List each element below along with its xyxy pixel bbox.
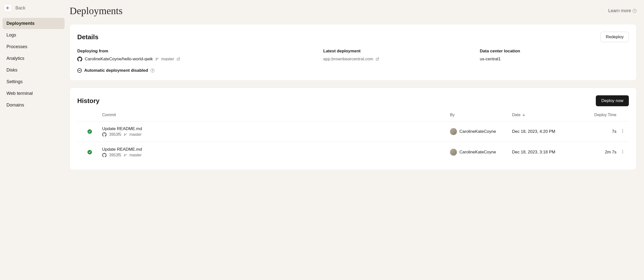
redeploy-button[interactable]: Redeploy [600,32,629,42]
sidebar-item-label: Logs [6,32,16,37]
by-cell: CarolineKateCoyne [450,128,512,135]
status-success-icon [88,150,92,154]
svg-point-12 [622,132,623,133]
table-header: Commit By Date Deploy Time [77,113,629,121]
sidebar-item-disks[interactable]: Disks [2,64,64,76]
history-table: Commit By Date Deploy Time [77,113,629,162]
external-link-icon[interactable] [376,57,379,61]
column-deploy-time[interactable]: Deploy Time [582,113,616,117]
deploy-now-button[interactable]: Deploy now [596,95,629,106]
sidebar-item-label: Domains [6,102,24,107]
author-name: CarolineKateCoyne [460,129,496,134]
latest-deployment-value: app.brownbearcentral.com [323,57,472,61]
column-commit[interactable]: Commit [102,113,450,117]
back-row: Back [2,4,64,12]
auto-deploy-text: Automatic deployment disabled [84,68,148,73]
details-card: Details Redeploy Deploying from Caroline… [70,24,636,81]
svg-point-11 [622,131,623,132]
branch-icon [155,57,159,61]
more-vertical-icon [620,129,625,133]
help-icon: ? [632,9,636,13]
branch-icon [124,133,127,136]
status-cell [77,129,102,134]
by-cell: CarolineKateCoyne [450,149,512,156]
sidebar-item-label: Analytics [6,56,24,61]
sidebar-item-settings[interactable]: Settings [2,76,64,87]
sidebar-item-logs[interactable]: Logs [2,29,64,41]
commit-cell: Update README.md 3953f5 master [102,147,450,157]
svg-point-13 [124,154,125,155]
sidebar-item-label: Settings [6,79,22,84]
auto-deploy-status: Automatic deployment disabled ? [77,68,629,73]
commit-message: Update README.md [102,126,450,131]
status-success-icon [88,129,92,134]
menu-cell [616,127,629,136]
deploying-from-block: Deploying from CarolineKateCoyne/hello-w… [77,49,316,61]
disabled-icon [77,68,82,73]
table-row[interactable]: Update README.md 3953f5 master CarolineK… [77,121,629,142]
sidebar-item-domains[interactable]: Domains [2,100,64,111]
commit-meta: 3953f5 master [102,153,450,157]
column-date-label: Date [512,113,520,117]
learn-more-link[interactable]: Learn more ? [608,8,636,13]
commit-meta: 3953f5 master [102,132,450,137]
commit-cell: Update README.md 3953f5 master [102,126,450,137]
deploy-time-cell: 7s [582,129,616,134]
commit-hash[interactable]: 3953f5 [109,132,121,137]
column-by[interactable]: By [450,113,512,117]
back-button[interactable] [4,4,12,12]
sidebar-item-analytics[interactable]: Analytics [2,53,64,64]
svg-point-1 [156,58,156,58]
commit-hash[interactable]: 3953f5 [109,153,121,157]
sidebar-item-web-terminal[interactable]: Web terminal [2,88,64,99]
sidebar-item-label: Web terminal [6,91,33,96]
svg-point-17 [622,151,623,152]
page-title: Deployments [70,5,122,17]
latest-deployment-block: Latest deployment app.brownbearcentral.c… [323,49,472,61]
svg-line-5 [377,58,379,59]
learn-more-label: Learn more [608,8,631,13]
repo-value: CarolineKateCoyne/hello-world-qwik maste… [77,57,316,61]
external-link-icon[interactable] [177,57,180,61]
arrow-left-icon [6,6,10,10]
deploying-from-label: Deploying from [77,49,316,54]
commit-branch[interactable]: master [130,153,142,157]
sidebar-item-deployments[interactable]: Deployments [2,18,64,29]
commit-branch[interactable]: master [130,132,142,137]
column-date[interactable]: Date [512,113,582,117]
deployment-url[interactable]: app.brownbearcentral.com [323,57,373,61]
avatar [450,149,457,156]
arrow-down-icon [522,113,526,117]
branch-icon [124,154,127,157]
svg-point-8 [126,134,126,134]
repo-name[interactable]: CarolineKateCoyne/hello-world-qwik [85,57,153,61]
github-icon [77,57,82,61]
sidebar-item-label: Disks [6,67,18,72]
github-icon [102,153,106,157]
sidebar-item-processes[interactable]: Processes [2,41,64,52]
sidebar-item-label: Deployments [6,21,34,26]
history-card-header: History Deploy now [77,95,629,106]
data-center-block: Data center location us-central1 [480,49,629,61]
status-cell [77,150,102,154]
latest-deployment-label: Latest deployment [323,49,472,54]
svg-point-16 [622,150,623,151]
deploy-time-cell: 2m 7s [582,150,616,155]
svg-line-4 [178,58,180,59]
back-label[interactable]: Back [16,5,25,11]
table-row[interactable]: Update README.md 3953f5 master CarolineK… [77,142,629,162]
row-menu-button[interactable] [619,148,626,156]
history-card: History Deploy now Commit By Date Deploy… [70,88,636,170]
history-title: History [77,97,100,105]
svg-point-7 [124,134,125,134]
svg-point-15 [124,156,125,156]
svg-point-18 [622,153,623,153]
main-content: Deployments Learn more ? Details Redeplo… [67,0,644,280]
page-header: Deployments Learn more ? [70,5,636,17]
commit-message: Update README.md [102,147,450,152]
branch-name[interactable]: master [161,57,174,61]
help-icon[interactable]: ? [150,68,154,72]
more-vertical-icon [620,149,625,154]
row-menu-button[interactable] [619,127,626,136]
svg-point-3 [156,60,156,60]
